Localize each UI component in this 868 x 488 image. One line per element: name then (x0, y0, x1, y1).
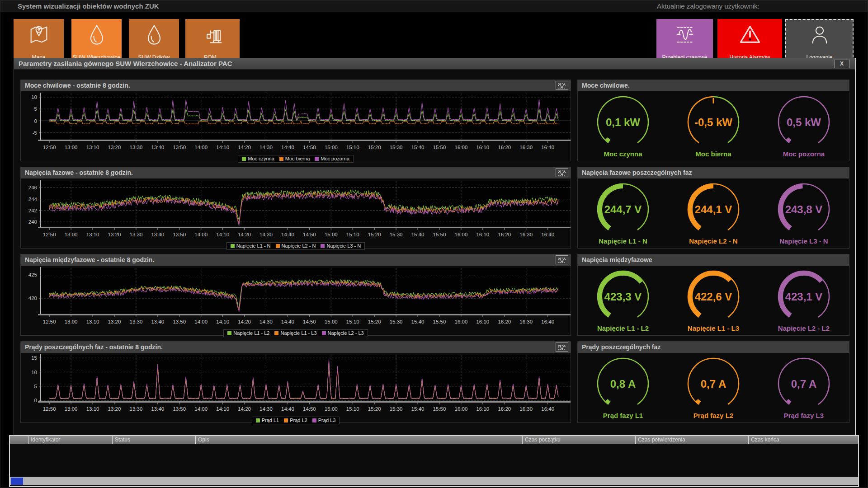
svg-text:15:40: 15:40 (411, 319, 425, 324)
svg-text:15:00: 15:00 (325, 406, 338, 412)
svg-text:15: 15 (31, 355, 37, 361)
svg-text:13:30: 13:30 (130, 406, 143, 412)
svg-text:13:30: 13:30 (130, 145, 143, 150)
chart-panel-title: Prądy poszczególnych faz - ostatnie 8 go… (21, 342, 571, 353)
svg-text:13:40: 13:40 (151, 145, 164, 150)
chart-legend: Prąd L1Prąd L2Prąd L3 (21, 416, 571, 425)
svg-text:5: 5 (34, 106, 37, 112)
gauge-dial: 0,7 A (675, 355, 752, 411)
gauge-value: 0,1 kW (606, 116, 640, 128)
svg-text:16:30: 16:30 (519, 319, 533, 324)
svg-text:16:20: 16:20 (498, 232, 511, 237)
svg-text:14:30: 14:30 (259, 145, 273, 150)
legend-swatch (284, 418, 288, 422)
column-header-select[interactable] (10, 436, 28, 444)
alarm-table-hscrollbar[interactable] (10, 477, 858, 485)
legend-label: Prąd L3 (318, 418, 336, 423)
chart-trend-button[interactable] (556, 343, 568, 352)
trend-icon (656, 19, 713, 48)
svg-text:15:30: 15:30 (390, 145, 403, 150)
svg-text:0: 0 (34, 118, 37, 124)
close-button[interactable]: X (834, 60, 849, 68)
gauge: 423,3 VNapięcie L1 - L2 (578, 267, 668, 332)
svg-text:15:40: 15:40 (411, 145, 425, 150)
svg-text:16:20: 16:20 (498, 406, 511, 412)
gauge-label: Moc czynna (578, 150, 668, 158)
svg-text:16:30: 16:30 (519, 145, 533, 150)
legend-swatch (231, 244, 235, 248)
column-header-Czas początku[interactable]: Czas początku (522, 436, 635, 444)
chart-trend-button[interactable] (556, 81, 568, 90)
gauge: 0,7 APrąd fazy L3 (759, 355, 849, 419)
legend-label: Prąd L1 (262, 418, 279, 423)
column-header-Identyfikator[interactable]: Identyfikator (28, 436, 112, 444)
svg-text:15:50: 15:50 (433, 145, 446, 150)
gauge-label: Moc pozorna (759, 150, 849, 158)
legend-swatch (256, 418, 260, 422)
gauge-dial: 0,8 A (585, 355, 661, 411)
drop-icon (71, 19, 122, 48)
gauge-label: Napięcie L2 - L2 (759, 324, 849, 332)
svg-text:13:50: 13:50 (173, 145, 186, 150)
gauge-panel-title: Napięcia międzyfazowe (578, 254, 849, 266)
column-header-Status[interactable]: Status (112, 436, 195, 444)
svg-text:246: 246 (28, 185, 37, 190)
svg-text:16:10: 16:10 (476, 145, 489, 150)
toolbar-button-suw-dzikow[interactable]: SUW Dzików (129, 19, 179, 62)
svg-text:15:00: 15:00 (325, 319, 338, 324)
toolbar-button-mapa[interactable]: Mapa (14, 19, 64, 62)
column-header-Opis[interactable]: Opis (195, 436, 522, 444)
svg-text:420: 420 (28, 296, 37, 301)
gauge: 0,8 APrąd fazy L1 (578, 355, 668, 419)
gauge-value: -0,5 kW (694, 116, 732, 128)
svg-text:16:40: 16:40 (541, 406, 554, 412)
pump-icon (185, 19, 240, 48)
gauge-value: 244,7 V (604, 203, 642, 216)
legend-item: Napięcie L1 - L2 (227, 331, 269, 336)
svg-text:16:20: 16:20 (498, 145, 511, 150)
window-title: Parametry zasilania gównego SUW Wierzcho… (19, 60, 232, 67)
svg-text:12:50: 12:50 (43, 319, 56, 324)
svg-text:13:00: 13:00 (65, 319, 78, 324)
legend-swatch (276, 244, 280, 248)
logged-user-label: Aktualnie zalogowany użytkownik: (657, 0, 760, 12)
gauge: 422,6 VNapięcie L1 - L3 (668, 267, 759, 332)
svg-text:15:10: 15:10 (346, 406, 359, 412)
chart-trend-button[interactable] (556, 255, 568, 264)
gauge-value: 0,5 kW (787, 116, 821, 128)
toolbar-button-pom[interactable]: POM... (185, 19, 240, 62)
gauge-label: Napięcie L1 - N (578, 237, 668, 245)
toolbar-button-historia-alarmow[interactable]: Historia Alarmów (717, 19, 782, 62)
app-title: System wizualizacji obiektów wodnych ZUK (18, 0, 159, 12)
column-header-Czas potwierdzenia[interactable]: Czas potwierdzenia (635, 436, 748, 444)
legend-swatch (227, 331, 231, 335)
svg-text:14:10: 14:10 (216, 232, 229, 237)
svg-text:13:20: 13:20 (108, 406, 121, 412)
column-header-Czas końca[interactable]: Czas końca (748, 436, 857, 444)
toolbar-button-suw-wierzchowice[interactable]: SUW Wierzchowice (71, 19, 122, 62)
gauge-panel-title-text: Prądy poszczególnych faz (582, 343, 660, 351)
svg-text:14:30: 14:30 (259, 406, 273, 412)
gauge: 0,7 APrąd fazy L2 (668, 355, 759, 419)
svg-text:14:20: 14:20 (238, 406, 251, 412)
toolbar-button-logowanie[interactable]: Logowanie (785, 19, 854, 62)
svg-text:12:50: 12:50 (43, 145, 56, 150)
svg-text:244: 244 (28, 197, 38, 202)
svg-text:13:10: 13:10 (86, 319, 99, 324)
legend-label: Moc czynna (248, 156, 274, 161)
gauge-label: Prąd fazy L3 (759, 412, 849, 419)
svg-text:15:50: 15:50 (433, 319, 446, 324)
toolbar-button-przebiegi-czasowe[interactable]: Przebiegi czasowe (656, 19, 713, 62)
svg-text:13:40: 13:40 (151, 319, 164, 324)
svg-text:13:10: 13:10 (86, 145, 99, 150)
svg-text:13:00: 13:00 (65, 232, 78, 237)
svg-text:13:20: 13:20 (108, 232, 121, 237)
legend-swatch (279, 157, 283, 161)
gauge: 0,5 kWMoc pozorna (759, 93, 849, 158)
svg-text:-5: -5 (33, 130, 37, 136)
scrollbar-thumb[interactable] (11, 478, 23, 485)
gauge-panel-title: Moce chwilowe. (578, 80, 849, 91)
chart-trend-button[interactable] (556, 168, 568, 177)
svg-text:13:20: 13:20 (108, 145, 121, 150)
svg-text:14:10: 14:10 (216, 319, 229, 324)
